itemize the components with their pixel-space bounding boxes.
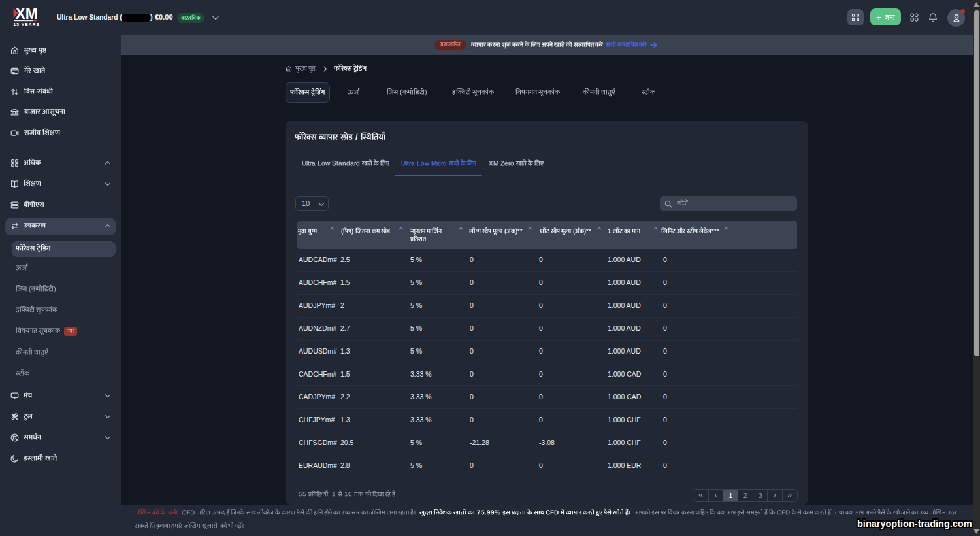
svg-text:15 YEARS: 15 YEARS xyxy=(14,22,41,27)
